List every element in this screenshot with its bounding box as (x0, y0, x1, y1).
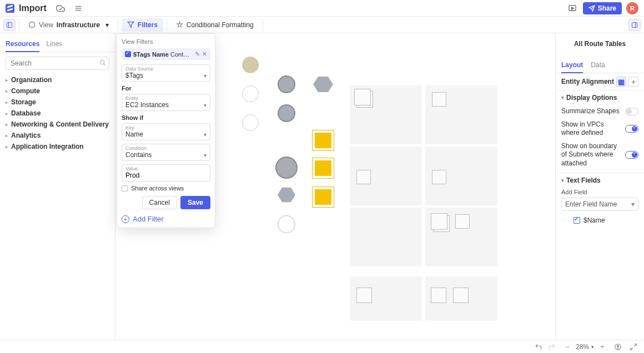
add-field-select[interactable]: Enter Field Name ▾ (561, 198, 638, 211)
share-label: Share across views (131, 185, 184, 191)
route-table-shape[interactable] (356, 170, 371, 184)
rp-tab-data[interactable]: Data (591, 59, 605, 73)
avatar[interactable]: R (626, 2, 638, 14)
cloud-status-icon[interactable] (54, 2, 67, 14)
subnet-group[interactable] (425, 276, 497, 321)
value-input[interactable] (125, 172, 207, 179)
route-table-shape[interactable] (453, 288, 469, 303)
undo-button[interactable] (534, 342, 544, 352)
route-table-shape[interactable] (354, 89, 371, 105)
tree-item-analytics[interactable]: ▸Analytics (6, 130, 109, 141)
popover-title: View Filters (122, 38, 210, 45)
show-subnet-toggle[interactable]: ✓ (625, 151, 638, 159)
route-table-shape[interactable] (431, 288, 446, 303)
text-fields-toggle[interactable]: ▾ Text Fields (556, 173, 644, 188)
caret-down-icon: ▾ (204, 73, 207, 79)
zoom-in-button[interactable]: + (597, 342, 607, 352)
view-name: Infrastructure (57, 21, 100, 29)
right-panel-toggle[interactable] (628, 19, 641, 31)
route-table-shape[interactable] (455, 214, 470, 229)
align-center-button[interactable]: ▦ (616, 77, 626, 87)
tree-item-compute[interactable]: ▸Compute (6, 85, 109, 97)
subnet-group[interactable] (425, 85, 497, 144)
entity-select[interactable]: Entity EC2 Instances▾ (122, 94, 210, 111)
shape-circle[interactable] (242, 85, 259, 102)
filter-checkbox[interactable] (125, 51, 131, 57)
route-table-shape[interactable] (432, 170, 446, 184)
edit-icon[interactable]: ✎ (195, 51, 200, 58)
caret-down-icon: ▾ (204, 132, 207, 138)
show-vpc-toggle[interactable]: ✓ (625, 125, 638, 133)
shape-square[interactable] (312, 186, 334, 208)
display-options-toggle[interactable]: ▾ Display Options (556, 90, 644, 105)
close-icon[interactable]: ✕ (202, 51, 207, 58)
present-icon[interactable] (566, 2, 578, 14)
share-label: Share (598, 4, 616, 12)
subnet-group[interactable] (425, 208, 497, 266)
key-select[interactable]: Key Name▾ (122, 123, 210, 140)
shape-circle[interactable] (278, 75, 295, 93)
filter-chip[interactable]: $Tags Name Contains Prod ✎ ✕ (122, 48, 210, 60)
cond-fmt-label: Conditional Formatting (187, 21, 254, 29)
accessibility-button[interactable] (613, 342, 623, 352)
entity-alignment-label: Entity Alignment (561, 78, 614, 85)
svg-line-17 (634, 344, 636, 346)
shape-circle[interactable] (242, 57, 259, 73)
redo-button[interactable] (547, 342, 557, 352)
zoom-select[interactable]: 28% ▾ (576, 343, 594, 351)
share-button[interactable]: Share (583, 2, 622, 14)
shape-circle[interactable] (242, 114, 259, 131)
route-table-shape[interactable] (432, 92, 446, 107)
search-input[interactable] (6, 57, 109, 70)
cancel-button[interactable]: Cancel (142, 196, 177, 209)
shape-circle[interactable] (278, 215, 295, 233)
tree-item-database[interactable]: ▸Database (6, 108, 109, 119)
shape-square[interactable] (312, 158, 334, 179)
rp-tab-layout[interactable]: Layout (561, 59, 583, 73)
caret-right-icon: ▸ (6, 144, 8, 149)
shape-circle[interactable] (278, 104, 295, 122)
fullscreen-button[interactable] (628, 342, 638, 352)
subnet-group[interactable] (350, 276, 422, 321)
caret-right-icon: ▸ (6, 89, 8, 94)
condition-select[interactable]: Condition Contains▾ (122, 144, 210, 161)
view-selector[interactable]: View Infrastructure ▾ (23, 19, 114, 31)
tree-item-organization[interactable]: ▸Organization (6, 74, 109, 85)
route-table-shape[interactable] (356, 288, 372, 303)
subnet-group[interactable] (350, 147, 422, 205)
subnet-group[interactable] (350, 85, 422, 144)
svg-point-16 (617, 345, 618, 346)
share-checkbox[interactable] (122, 185, 128, 191)
tree-item-storage[interactable]: ▸Storage (6, 97, 109, 108)
tree-item-application-integration[interactable]: ▸Application Integration (6, 141, 109, 152)
route-table-shape[interactable] (431, 213, 447, 230)
name-field-checkbox[interactable] (573, 217, 580, 224)
app-logo (6, 4, 14, 13)
shape-hexagon[interactable] (313, 75, 333, 93)
filters-button[interactable]: Filters (122, 18, 163, 32)
add-filter-button[interactable]: + Add Filter (122, 215, 210, 223)
svg-rect-10 (632, 22, 637, 27)
tab-lines[interactable]: Lines (46, 38, 62, 52)
shape-hexagon[interactable] (278, 186, 295, 203)
data-source-select[interactable]: Data Source $Tags▾ (122, 64, 210, 82)
filters-label: Filters (138, 21, 158, 29)
shape-circle[interactable] (275, 157, 298, 179)
left-panel-toggle[interactable] (3, 19, 16, 31)
drag-handle-icon[interactable]: ⋮⋮ (561, 217, 570, 223)
conditional-formatting-button[interactable]: Conditional Formatting (170, 18, 259, 32)
zoom-out-button[interactable]: − (562, 342, 572, 352)
tab-resources[interactable]: Resources (6, 38, 39, 52)
value-input-wrapper: Value (122, 164, 210, 181)
show-vpc-label: Show in VPCs where defined (561, 120, 622, 138)
shape-square[interactable] (312, 130, 334, 151)
svg-rect-7 (7, 22, 12, 27)
save-button[interactable]: Save (180, 196, 210, 209)
subnet-group[interactable] (350, 208, 422, 266)
subnet-group[interactable] (425, 147, 497, 205)
summarize-toggle[interactable]: ✕ (625, 108, 638, 115)
add-alignment-button[interactable]: + (628, 77, 638, 87)
caret-down-icon: ▾ (105, 21, 109, 29)
menu-icon[interactable] (72, 2, 84, 14)
tree-item-networking[interactable]: ▸Networking & Content Delivery (6, 119, 109, 130)
